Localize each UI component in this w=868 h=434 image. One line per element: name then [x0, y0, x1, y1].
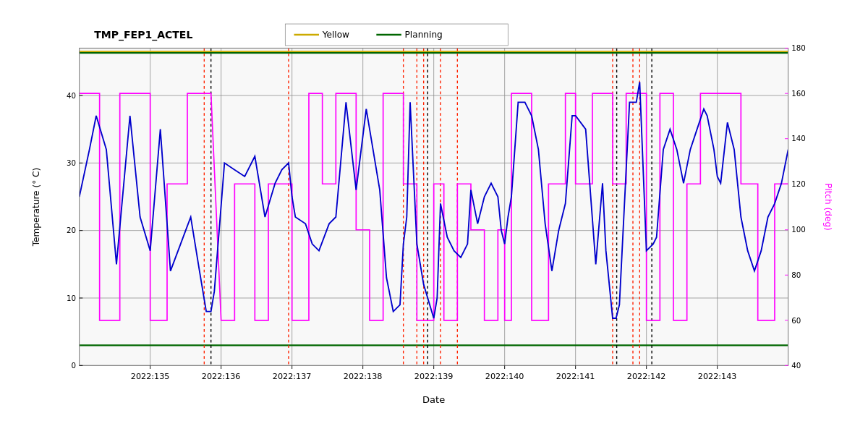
x-tick-136: 2022:136: [202, 372, 241, 381]
x-tick-137: 2022:137: [273, 372, 312, 381]
x-tick-135: 2022:135: [131, 372, 170, 381]
x-tick-138: 2022:138: [344, 372, 383, 381]
y-tick-20: 20: [67, 226, 76, 234]
y-right-tick-140: 140: [791, 134, 806, 142]
legend-planning-label: Planning: [405, 30, 443, 40]
y-tick-30: 30: [67, 158, 76, 167]
x-tick-142: 2022:142: [627, 372, 666, 381]
x-tick-139: 2022:139: [414, 372, 454, 381]
y-left-axis-label: Temperature (° C): [31, 168, 41, 247]
y-right-tick-160: 160: [791, 89, 806, 98]
legend-yellow-label: Yellow: [322, 30, 349, 40]
y-right-tick-40: 40: [791, 361, 801, 370]
y-right-tick-120: 120: [791, 179, 806, 188]
y-right-axis-label: Pitch (deg): [823, 183, 833, 231]
y-right-tick-100: 100: [791, 225, 806, 234]
y-right-tick-60: 60: [791, 316, 801, 325]
x-axis-label: Date: [422, 394, 445, 405]
y-right-tick-180: 180: [791, 43, 806, 52]
x-tick-140: 2022:140: [485, 372, 524, 381]
x-tick-141: 2022:141: [556, 372, 595, 381]
y-tick-40: 40: [67, 91, 76, 100]
x-tick-143: 2022:143: [698, 372, 737, 381]
y-right-tick-80: 80: [791, 271, 801, 279]
chart-title: TMP_FEP1_ACTEL: [94, 29, 192, 41]
y-tick-0: 0: [71, 361, 76, 370]
chart-container: 0 10 20 30 40 40 60 80 100 120 140 160 1…: [0, 0, 868, 434]
y-tick-10: 10: [67, 294, 76, 302]
